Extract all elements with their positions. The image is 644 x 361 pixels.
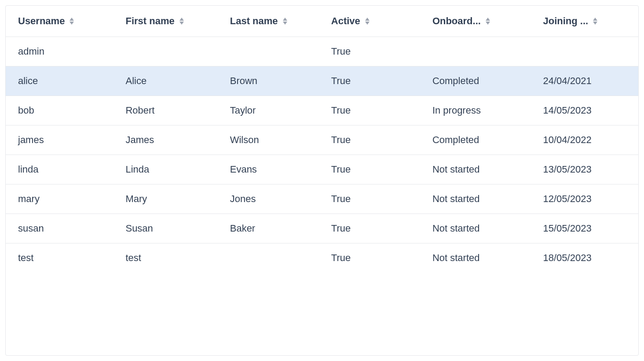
cell-onboard: Completed [420, 125, 531, 155]
column-header-username[interactable]: Username [6, 6, 113, 37]
column-header-firstname[interactable]: First name [113, 6, 217, 37]
cell-lastname: Wilson [218, 125, 319, 155]
column-label: Joining ... [543, 15, 589, 27]
table-row[interactable]: maryMaryJonesTrueNot started12/05/2023 [6, 184, 638, 214]
cell-username: james [6, 125, 113, 155]
cell-username: bob [6, 96, 113, 125]
cell-firstname: Alice [113, 66, 217, 96]
cell-joining: 15/05/2023 [531, 214, 638, 243]
cell-lastname: Evans [218, 155, 319, 184]
cell-active: True [319, 66, 420, 96]
cell-firstname: test [113, 243, 217, 273]
sort-icon [593, 18, 598, 25]
table-row[interactable]: testtestTrueNot started18/05/2023 [6, 243, 638, 273]
table-row[interactable]: aliceAliceBrownTrueCompleted24/04/2021 [6, 66, 638, 96]
cell-lastname [218, 243, 319, 273]
cell-joining: 13/05/2023 [531, 155, 638, 184]
cell-firstname: James [113, 125, 217, 155]
cell-onboard: Not started [420, 243, 531, 273]
cell-active: True [319, 155, 420, 184]
cell-onboard: Not started [420, 184, 531, 214]
cell-onboard: Not started [420, 155, 531, 184]
column-label: Active [331, 15, 360, 27]
cell-onboard [420, 37, 531, 66]
cell-username: alice [6, 66, 113, 96]
cell-firstname: Susan [113, 214, 217, 243]
cell-active: True [319, 125, 420, 155]
sort-icon [485, 18, 490, 25]
sort-icon [365, 18, 370, 25]
cell-active: True [319, 214, 420, 243]
cell-active: True [319, 96, 420, 125]
cell-lastname: Baker [218, 214, 319, 243]
table-body: adminTruealiceAliceBrownTrueCompleted24/… [6, 37, 638, 273]
table-row[interactable]: lindaLindaEvansTrueNot started13/05/2023 [6, 155, 638, 184]
cell-lastname [218, 37, 319, 66]
sort-icon [282, 18, 288, 25]
users-table: Username First name [6, 6, 638, 273]
cell-username: susan [6, 214, 113, 243]
column-header-lastname[interactable]: Last name [218, 6, 319, 37]
cell-active: True [319, 37, 420, 66]
column-label: Username [18, 15, 65, 27]
cell-username: admin [6, 37, 113, 66]
cell-username: mary [6, 184, 113, 214]
cell-firstname: Linda [113, 155, 217, 184]
cell-active: True [319, 243, 420, 273]
sort-icon [179, 18, 184, 25]
table-row[interactable]: jamesJamesWilsonTrueCompleted10/04/2022 [6, 125, 638, 155]
cell-onboard: Not started [420, 214, 531, 243]
cell-active: True [319, 184, 420, 214]
cell-lastname: Brown [218, 66, 319, 96]
cell-joining: 24/04/2021 [531, 66, 638, 96]
column-header-onboard[interactable]: Onboard... [420, 6, 531, 37]
cell-joining [531, 37, 638, 66]
table-row[interactable]: bobRobertTaylorTrueIn progress14/05/2023 [6, 96, 638, 125]
column-header-active[interactable]: Active [319, 6, 420, 37]
cell-joining: 12/05/2023 [531, 184, 638, 214]
cell-joining: 10/04/2022 [531, 125, 638, 155]
table-row[interactable]: adminTrue [6, 37, 638, 66]
sort-icon [69, 18, 74, 25]
cell-firstname: Mary [113, 184, 217, 214]
table-header-row: Username First name [6, 6, 638, 37]
column-header-joining[interactable]: Joining ... [531, 6, 638, 37]
column-label: Last name [230, 15, 278, 27]
cell-username: test [6, 243, 113, 273]
cell-joining: 14/05/2023 [531, 96, 638, 125]
cell-lastname: Jones [218, 184, 319, 214]
cell-onboard: Completed [420, 66, 531, 96]
cell-joining: 18/05/2023 [531, 243, 638, 273]
column-label: First name [125, 15, 174, 27]
column-label: Onboard... [432, 15, 481, 27]
cell-lastname: Taylor [218, 96, 319, 125]
cell-onboard: In progress [420, 96, 531, 125]
table-row[interactable]: susanSusanBakerTrueNot started15/05/2023 [6, 214, 638, 243]
table-header: Username First name [6, 6, 638, 37]
cell-username: linda [6, 155, 113, 184]
users-table-container: Username First name [5, 5, 639, 356]
cell-firstname: Robert [113, 96, 217, 125]
cell-firstname [113, 37, 217, 66]
